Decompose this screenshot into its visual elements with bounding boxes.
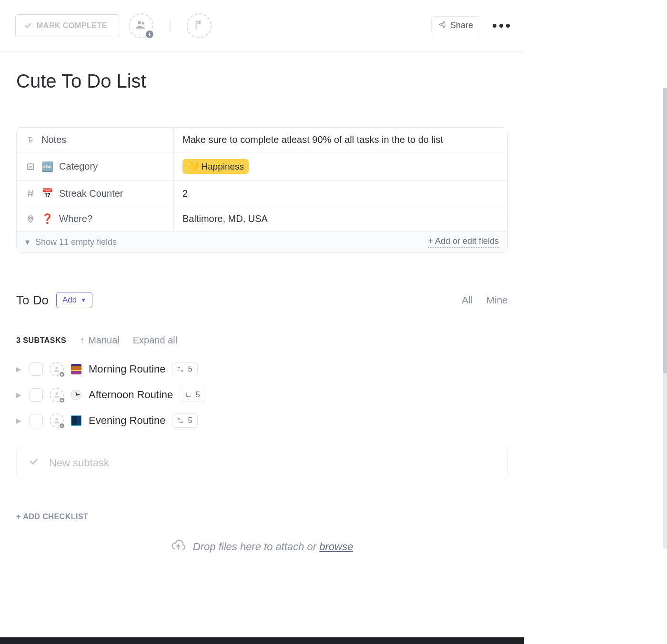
fields-table: Notes Make sure to complete atleast 90% … <box>16 127 508 253</box>
separator <box>170 19 171 32</box>
field-row-category[interactable]: 🔤 Category 💛 Happiness <box>17 152 507 181</box>
assign-button[interactable]: + <box>50 413 64 428</box>
mark-complete-label: MARK COMPLETE <box>37 21 107 30</box>
manual-label: Manual <box>88 335 120 346</box>
scrollbar[interactable] <box>663 88 667 549</box>
svg-point-4 <box>443 26 445 27</box>
field-label: Notes <box>41 134 66 145</box>
assign-button[interactable]: + <box>50 388 64 402</box>
check-icon <box>23 21 32 30</box>
field-label: Category <box>59 161 98 172</box>
svg-point-10 <box>55 392 58 395</box>
assign-button[interactable]: + <box>50 362 64 376</box>
add-edit-fields-button[interactable]: + Add or edit fields <box>428 236 499 248</box>
filter-all[interactable]: All <box>462 294 473 306</box>
task-emoji <box>71 363 82 375</box>
subtask-count: 5 <box>188 364 192 374</box>
more-menu-button[interactable] <box>490 24 513 28</box>
browse-link[interactable]: browse <box>319 541 353 553</box>
svg-point-14 <box>179 418 180 419</box>
todo-heading: To Do <box>16 293 49 308</box>
check-icon <box>29 457 39 469</box>
svg-point-13 <box>55 418 58 421</box>
share-button[interactable]: Share <box>431 16 480 35</box>
task-name: Morning Routine <box>89 363 165 375</box>
svg-point-8 <box>179 367 180 368</box>
sort-manual-button[interactable]: ↑ Manual <box>80 335 120 346</box>
field-row-where[interactable]: ❓ Where? Baltimore, MD, USA <box>17 206 507 231</box>
dropdown-icon <box>25 162 36 171</box>
task-name: Evening Routine <box>89 414 165 427</box>
new-subtask-placeholder: New subtask <box>49 457 109 469</box>
subtask-count: 5 <box>188 416 192 425</box>
attachment-dropzone[interactable]: Drop files here to attach or browse <box>16 538 508 555</box>
subtask-count: 5 <box>195 390 200 400</box>
filter-mine[interactable]: Mine <box>486 294 508 306</box>
task-row[interactable]: ▶ + Afternoon Routine 5 <box>16 388 508 402</box>
task-emoji <box>71 389 82 401</box>
expand-icon[interactable]: ▶ <box>16 365 23 373</box>
scrollbar-thumb[interactable] <box>663 88 667 373</box>
share-label: Share <box>450 20 473 30</box>
task-checkbox[interactable] <box>30 362 43 376</box>
text-icon <box>25 135 36 145</box>
field-emoji: ❓ <box>41 213 53 224</box>
add-checklist-button[interactable]: + ADD CHECKLIST <box>16 513 508 521</box>
svg-point-3 <box>443 21 445 23</box>
show-empty-label: Show 11 empty fields <box>35 237 117 247</box>
topbar: MARK COMPLETE + Share <box>0 0 524 51</box>
svg-point-15 <box>182 422 183 423</box>
page-title[interactable]: Cute To Do List <box>16 70 508 92</box>
subtask-badge[interactable]: 5 <box>172 413 197 428</box>
show-empty-fields-button[interactable]: ▾ Show 11 empty fields <box>25 237 117 247</box>
task-row[interactable]: ▶ + Evening Routine 5 <box>16 413 508 428</box>
task-list: ▶ + Morning Routine 5 ▶ + Af <box>16 362 508 428</box>
task-name: Afternoon Routine <box>89 389 173 401</box>
arrow-up-icon: ↑ <box>80 335 84 346</box>
pin-icon <box>25 214 36 223</box>
add-task-button[interactable]: Add ▼ <box>56 292 92 308</box>
field-value: Make sure to complete atleast 90% of all… <box>182 134 443 145</box>
svg-point-12 <box>190 396 191 397</box>
add-label: Add <box>62 295 77 305</box>
fields-footer: ▾ Show 11 empty fields + Add or edit fie… <box>17 231 507 252</box>
priority-button[interactable] <box>187 13 212 38</box>
plus-icon: + <box>145 30 154 39</box>
field-label: Where? <box>59 213 92 224</box>
bottom-bar <box>0 637 524 644</box>
task-checkbox[interactable] <box>30 414 43 427</box>
svg-rect-5 <box>27 164 33 170</box>
subtask-badge[interactable]: 5 <box>172 362 197 376</box>
svg-point-7 <box>55 367 58 369</box>
task-checkbox[interactable] <box>30 388 43 402</box>
expand-icon[interactable]: ▶ <box>16 391 23 399</box>
svg-point-2 <box>440 23 441 25</box>
mark-complete-button[interactable]: MARK COMPLETE <box>15 14 119 37</box>
plus-icon: + <box>59 397 65 403</box>
field-value: 2 <box>182 188 188 199</box>
expand-icon[interactable]: ▶ <box>16 417 23 424</box>
field-emoji: 📅 <box>41 188 53 199</box>
cloud-upload-icon <box>171 538 185 555</box>
field-label: Streak Counter <box>59 188 123 199</box>
expand-all-button[interactable]: Expand all <box>133 335 177 346</box>
new-subtask-input[interactable]: New subtask <box>16 447 508 479</box>
plus-icon: + <box>59 371 65 378</box>
category-tag[interactable]: 💛 Happiness <box>182 159 249 174</box>
chevron-down-icon: ▾ <box>25 237 30 247</box>
hash-icon <box>25 189 36 198</box>
field-row-notes[interactable]: Notes Make sure to complete atleast 90% … <box>17 128 507 152</box>
field-row-streak[interactable]: 📅 Streak Counter 2 <box>17 181 507 206</box>
svg-point-11 <box>186 392 187 393</box>
field-emoji: 🔤 <box>41 161 53 172</box>
task-emoji <box>71 415 82 426</box>
svg-point-9 <box>182 370 183 371</box>
task-row[interactable]: ▶ + Morning Routine 5 <box>16 362 508 376</box>
subtasks-count: 3 SUBTASKS <box>16 336 66 345</box>
field-value: Baltimore, MD, USA <box>182 213 268 224</box>
plus-icon: + <box>59 423 65 429</box>
subtask-badge[interactable]: 5 <box>180 388 205 402</box>
dropzone-text: Drop files here to attach or <box>193 541 319 553</box>
assignee-add-button[interactable]: + <box>129 13 153 38</box>
share-icon <box>438 20 446 31</box>
